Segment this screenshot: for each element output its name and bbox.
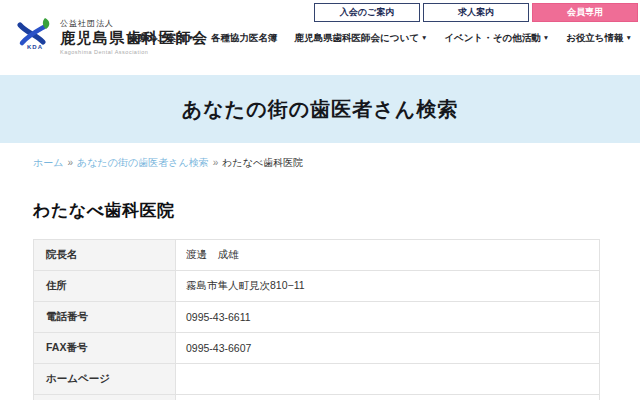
org-type-label: 公益社団法人	[60, 19, 209, 29]
table-row: FAX番号 0995-43-6607	[34, 333, 600, 364]
row-label-phone: 電話番号	[34, 302, 176, 333]
nav-label: 診療のご案内	[128, 32, 185, 43]
members-only-button[interactable]: 会員専用	[532, 3, 638, 22]
breadcrumb-separator: »	[213, 157, 219, 168]
utility-buttons: 入会のご案内 求人案内 会員専用	[314, 3, 638, 22]
hero-title: あなたの街の歯医者さん検索	[182, 96, 458, 123]
row-value-homepage	[176, 364, 600, 395]
hero-banner: あなたの街の歯医者さん検索	[0, 75, 640, 143]
row-label-fax: FAX番号	[34, 333, 176, 364]
kda-logo-mark: KDA	[15, 17, 55, 55]
row-value-subjects: 小児歯科歯科	[176, 395, 600, 400]
chevron-down-icon: ▼	[626, 34, 632, 41]
breadcrumb-current-page: わたなべ歯科医院	[222, 157, 303, 168]
row-label-director: 院長名	[34, 240, 176, 271]
kda-logo-text: KDA	[27, 44, 43, 50]
breadcrumb: ホーム»あなたの街の歯医者さん検索»わたなべ歯科医院	[33, 156, 640, 170]
nav-label: 鹿児島県歯科医師会について	[295, 32, 419, 43]
row-value-fax: 0995-43-6607	[176, 333, 600, 364]
row-value-address: 霧島市隼人町見次810−11	[176, 271, 600, 302]
job-listings-button[interactable]: 求人案内	[423, 3, 529, 22]
row-value-director: 渡邊 成雄	[176, 240, 600, 271]
chevron-down-icon: ▼	[188, 34, 194, 41]
row-value-phone: 0995-43-6611	[176, 302, 600, 333]
row-label-homepage: ホームページ	[34, 364, 176, 395]
nav-item-useful-info[interactable]: お役立ち情報▼	[566, 32, 632, 45]
table-row: ホームページ	[34, 364, 600, 395]
nav-item-events[interactable]: イベント・その他活動▼	[444, 32, 549, 45]
table-row: 院長名 渡邊 成雄	[34, 240, 600, 271]
breadcrumb-search-link[interactable]: あなたの街の歯医者さん検索	[77, 157, 209, 168]
table-row: 電話番号 0995-43-6611	[34, 302, 600, 333]
row-label-address: 住所	[34, 271, 176, 302]
page-title: わたなべ歯科医院	[33, 199, 640, 222]
nav-label: 各種協力医名簿	[211, 32, 278, 43]
join-guide-button[interactable]: 入会のご案内	[314, 3, 420, 22]
nav-item-medical-guide[interactable]: 診療のご案内▼	[128, 32, 194, 45]
org-name-english: Kagoshima Dental Association	[60, 49, 209, 56]
breadcrumb-home-link[interactable]: ホーム	[33, 157, 63, 168]
main-nav: 診療のご案内▼ 各種協力医名簿 鹿児島県歯科医師会について▼ イベント・その他活…	[128, 32, 632, 45]
nav-item-cooperating-doctors[interactable]: 各種協力医名簿	[211, 32, 278, 45]
table-row: 住所 霧島市隼人町見次810−11	[34, 271, 600, 302]
breadcrumb-separator: »	[67, 157, 73, 168]
chevron-down-icon: ▼	[543, 34, 549, 41]
nav-label: イベント・その他活動	[444, 32, 540, 43]
nav-label: お役立ち情報	[566, 32, 623, 43]
clinic-detail-table: 院長名 渡邊 成雄 住所 霧島市隼人町見次810−11 電話番号 0995-43…	[33, 239, 600, 400]
kda-logo-icon	[17, 17, 53, 47]
nav-item-about-association[interactable]: 鹿児島県歯科医師会について▼	[295, 32, 428, 45]
site-header: KDA 公益社団法人 鹿児島県歯科医師会 Kagoshima Dental As…	[0, 0, 640, 75]
row-label-subjects: 診療科目	[34, 395, 176, 400]
table-row: 診療科目 小児歯科歯科	[34, 395, 600, 400]
chevron-down-icon: ▼	[421, 34, 427, 41]
